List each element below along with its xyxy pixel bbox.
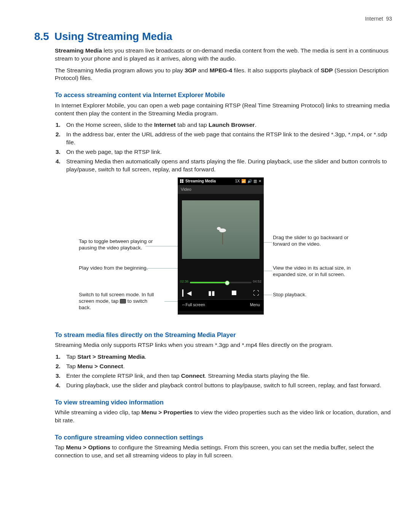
signal-icon: 📶: [241, 179, 246, 184]
stop-button[interactable]: [232, 289, 236, 297]
playback-controls: ▎◀ ▮▮ ⛶: [178, 286, 264, 300]
sec-b-intro: Streaming Media only supports RTSP links…: [55, 341, 392, 349]
close-icon: ✕: [258, 179, 261, 184]
term-mpeg4: MPEG-4: [210, 67, 232, 73]
restore-icon: [120, 299, 126, 304]
slider-knob[interactable]: [225, 281, 229, 285]
subheading-stream-direct: To stream media files directly on the St…: [55, 331, 392, 339]
sec-c-body: While streaming a video clip, tap Menu >…: [55, 409, 392, 425]
app-title: Streaming Media: [185, 179, 216, 184]
start-icon: [180, 179, 184, 183]
intro-paragraph-1: Streaming Media lets you stream live bro…: [55, 47, 392, 63]
sec-a-intro: In Internet Explorer Mobile, you can ope…: [55, 102, 392, 118]
callout-stop: Stop playback.: [273, 292, 353, 298]
sec-a-step-4: Streaming Media then automatically opens…: [65, 158, 392, 174]
section-number: 8.5: [34, 29, 49, 44]
sec-b-step-2: Tap Menu > Connect.: [65, 363, 392, 371]
time-elapsed: 02:36: [180, 279, 189, 284]
video-content-placeholder: [217, 225, 228, 234]
svg-rect-3: [182, 181, 183, 183]
term-streaming-media: Streaming Media: [55, 47, 102, 54]
battery-icon: ▥: [253, 179, 257, 184]
seek-slider[interactable]: 02:36 04:52: [182, 281, 260, 284]
svg-rect-1: [182, 179, 183, 181]
term-3gp: 3GP: [185, 67, 196, 73]
replay-button[interactable]: ▎◀: [182, 289, 191, 297]
chapter-name: Internet: [365, 16, 383, 22]
fullscreen-button[interactable]: ⛶: [253, 289, 259, 297]
callout-play-pause: Tap to toggle between playing or pausing…: [79, 238, 155, 251]
section-heading: Using Streaming Media: [54, 29, 392, 44]
softkey-fullscreen[interactable]: ↔Full screen: [182, 302, 205, 307]
sec-a-step-3: On the web page, tap the RTSP link.: [65, 148, 392, 156]
subheading-configure: To configure streaming video connection …: [55, 433, 392, 441]
sec-b-step-3: Enter the complete RTSP link, and then t…: [65, 372, 392, 380]
sec-b-step-1: Tap Start > Streaming Media.: [65, 353, 392, 361]
volume-icon: 🔊: [247, 179, 252, 184]
video-frame: [182, 200, 260, 259]
svg-rect-2: [180, 181, 182, 183]
term-sdp: SDP: [321, 67, 333, 73]
time-total: 04:52: [253, 279, 261, 284]
sec-a-step-2: In the address bar, enter the URL addres…: [65, 131, 392, 147]
phone-mockup: Streaming Media 1X 📶 🔊 ▥ ✕ Video: [178, 177, 264, 315]
page-number: 93: [386, 16, 392, 22]
sec-d-body: Tap Menu > Options to configure the Stre…: [55, 444, 392, 460]
softkey-menu[interactable]: Menu: [250, 302, 260, 307]
sec-b-step-4: During playback, use the slider and play…: [65, 382, 392, 390]
sec-a-step-1: On the Home screen, slide to the Interne…: [65, 121, 392, 129]
callout-slider: Drag the slider to go backward or forwar…: [273, 235, 353, 248]
sec-b-steps: Tap Start > Streaming Media. Tap Menu > …: [55, 353, 392, 390]
sec-a-steps: On the Home screen, slide to the Interne…: [55, 121, 392, 174]
status-bar: Streaming Media 1X 📶 🔊 ▥ ✕: [178, 177, 264, 185]
section-title: 8.5 Using Streaming Media: [34, 29, 392, 44]
intro-paragraph-2: The Streaming Media program allows you t…: [55, 67, 392, 83]
play-pause-button[interactable]: ▮▮: [208, 289, 215, 297]
subheading-access-ie: To access streaming content via Internet…: [55, 91, 392, 99]
running-header: Internet 93: [34, 15, 392, 22]
subheading-view-info: To view streaming video information: [55, 398, 392, 406]
annotated-screenshot: Tap to toggle between playing or pausing…: [79, 177, 368, 322]
network-1x-icon: 1X: [235, 179, 240, 184]
callout-view-size: View the video in its actual size, in ex…: [273, 265, 353, 278]
callout-fullscreen-toggle: Switch to full screen mode. In full scre…: [79, 292, 155, 311]
video-tab: Video: [178, 185, 264, 194]
svg-rect-0: [180, 179, 182, 181]
